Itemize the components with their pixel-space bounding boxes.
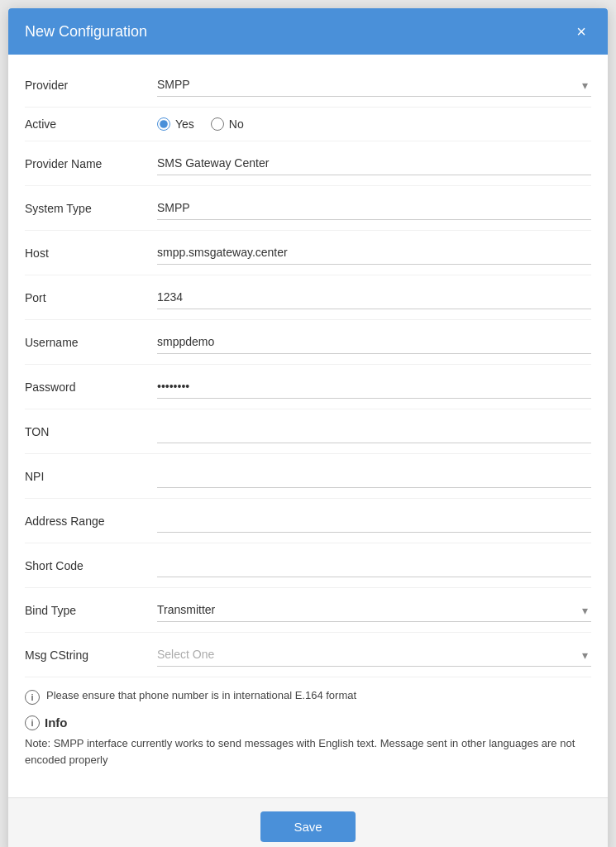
- info-box-icon: i: [25, 715, 40, 730]
- msg-cstring-select[interactable]: Select One Yes No: [157, 643, 591, 667]
- save-button[interactable]: Save: [260, 811, 355, 842]
- info-title-text: Info: [45, 715, 68, 730]
- new-configuration-modal: New Configuration × Provider SMPP Nexmo …: [8, 8, 608, 847]
- modal-body: Provider SMPP Nexmo Twilio Active: [8, 55, 608, 797]
- host-input[interactable]: [157, 241, 591, 265]
- npi-row: NPI: [25, 454, 591, 499]
- active-yes-label[interactable]: Yes: [157, 117, 194, 131]
- password-label: Password: [25, 380, 157, 394]
- ton-label: TON: [25, 425, 157, 438]
- phone-notice-text: Please ensure that phone number is in in…: [46, 689, 356, 701]
- info-section: i Please ensure that phone number is in …: [25, 677, 591, 768]
- npi-label: NPI: [25, 470, 157, 483]
- ton-control: [157, 419, 591, 443]
- address-range-row: Address Range: [25, 499, 591, 543]
- password-row: Password: [25, 365, 591, 409]
- username-row: Username: [25, 320, 591, 365]
- username-label: Username: [25, 336, 157, 349]
- short-code-row: Short Code: [25, 543, 591, 588]
- active-no-radio[interactable]: [211, 117, 224, 131]
- short-code-control: [157, 553, 591, 577]
- password-input[interactable]: [157, 375, 591, 399]
- provider-name-control: [157, 151, 591, 175]
- active-yes-text: Yes: [175, 117, 194, 131]
- host-control: [157, 241, 591, 265]
- provider-control: SMPP Nexmo Twilio: [157, 73, 591, 97]
- provider-name-row: Provider Name: [25, 141, 591, 186]
- system-type-label: System Type: [25, 202, 157, 215]
- msg-cstring-control: Select One Yes No: [157, 643, 591, 667]
- short-code-label: Short Code: [25, 559, 157, 572]
- port-input[interactable]: [157, 285, 591, 309]
- active-label: Active: [25, 117, 157, 131]
- modal-title: New Configuration: [25, 23, 147, 41]
- msg-cstring-row: Msg CString Select One Yes No: [25, 633, 591, 677]
- info-circle-icon: i: [25, 690, 40, 705]
- username-control: [157, 330, 591, 354]
- provider-row: Provider SMPP Nexmo Twilio: [25, 63, 591, 108]
- modal-footer: Save: [8, 797, 608, 847]
- port-label: Port: [25, 291, 157, 304]
- info-box-title: i Info: [25, 715, 591, 730]
- ton-input[interactable]: [157, 419, 591, 443]
- active-no-text: No: [229, 117, 244, 131]
- modal-wrapper: New Configuration × Provider SMPP Nexmo …: [8, 8, 608, 847]
- address-range-label: Address Range: [25, 514, 157, 528]
- host-row: Host: [25, 231, 591, 275]
- npi-input[interactable]: [157, 464, 591, 488]
- msg-cstring-select-wrapper: Select One Yes No: [157, 643, 591, 667]
- active-row: Active Yes No: [25, 108, 591, 141]
- phone-notice-line: i Please ensure that phone number is in …: [25, 689, 591, 705]
- short-code-input[interactable]: [157, 553, 591, 577]
- provider-name-input[interactable]: [157, 151, 591, 175]
- msg-cstring-label: Msg CString: [25, 648, 157, 662]
- bind-type-row: Bind Type Transmitter Receiver Transceiv…: [25, 588, 591, 633]
- bind-type-control: Transmitter Receiver Transceiver: [157, 598, 591, 622]
- active-yes-radio[interactable]: [157, 117, 170, 131]
- active-radio-group: Yes No: [157, 117, 591, 131]
- provider-label: Provider: [25, 79, 157, 92]
- port-control: [157, 285, 591, 309]
- system-type-row: System Type: [25, 186, 591, 231]
- npi-control: [157, 464, 591, 488]
- active-no-label[interactable]: No: [211, 117, 244, 131]
- provider-select[interactable]: SMPP Nexmo Twilio: [157, 73, 591, 97]
- provider-select-wrapper: SMPP Nexmo Twilio: [157, 73, 591, 97]
- ton-row: TON: [25, 409, 591, 454]
- bind-type-select-wrapper: Transmitter Receiver Transceiver: [157, 598, 591, 622]
- password-control: [157, 375, 591, 399]
- bind-type-label: Bind Type: [25, 604, 157, 617]
- info-box-text: Note: SMPP interface currently works to …: [25, 735, 591, 768]
- modal-header: New Configuration ×: [8, 8, 608, 55]
- host-label: Host: [25, 246, 157, 260]
- port-row: Port: [25, 275, 591, 320]
- address-range-input[interactable]: [157, 509, 591, 533]
- system-type-input[interactable]: [157, 196, 591, 220]
- bind-type-select[interactable]: Transmitter Receiver Transceiver: [157, 598, 591, 622]
- system-type-control: [157, 196, 591, 220]
- active-control: Yes No: [157, 117, 591, 131]
- username-input[interactable]: [157, 330, 591, 354]
- provider-name-label: Provider Name: [25, 157, 157, 170]
- address-range-control: [157, 509, 591, 533]
- close-button[interactable]: ×: [571, 22, 591, 41]
